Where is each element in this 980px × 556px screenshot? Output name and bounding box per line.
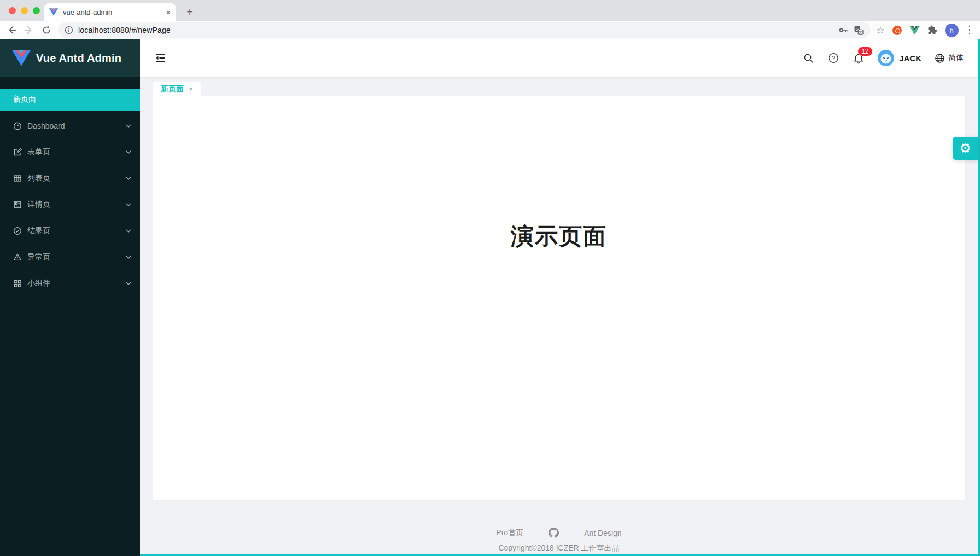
browser-tab[interactable]: vue-antd-admin ×	[44, 3, 176, 21]
browser-tab-strip: vue-antd-admin × +	[0, 0, 980, 21]
browser-tab-title: vue-antd-admin	[63, 8, 161, 16]
app-footer: Pro首页 Ant Design Copyright©2018 ICZER 工作…	[140, 500, 978, 554]
chevron-down-icon	[126, 203, 131, 206]
sidebar-item-details[interactable]: 详情页	[0, 194, 140, 216]
vue-devtools-icon[interactable]	[909, 26, 920, 35]
back-icon[interactable]	[5, 24, 18, 36]
close-window-button[interactable]	[9, 7, 16, 14]
app-header: ? 12 JACK	[140, 39, 978, 77]
password-key-icon[interactable]	[838, 25, 849, 36]
new-tab-button[interactable]: +	[183, 5, 197, 19]
page-tab-bar: 新页面 ×	[140, 77, 978, 96]
svg-text:?: ?	[832, 55, 835, 61]
browser-window: vue-antd-admin × + localhost:8080/#/newP…	[0, 0, 980, 556]
extension-orange-icon[interactable]	[892, 26, 902, 35]
chevron-down-icon	[126, 177, 131, 180]
chevron-down-icon	[126, 282, 131, 285]
forward-icon[interactable]	[23, 24, 35, 36]
translate-icon[interactable]: G 文	[854, 25, 864, 36]
check-circle-icon	[13, 227, 22, 235]
chevron-down-icon	[126, 150, 131, 154]
app-logo[interactable]: Vue Antd Admin	[0, 39, 140, 77]
language-label: 简体	[948, 53, 964, 63]
user-avatar	[878, 50, 894, 66]
language-switcher[interactable]: 简体	[935, 53, 964, 63]
gear-icon: ⚙	[959, 141, 971, 156]
sidebar-item-dashboard[interactable]: Dashboard	[0, 115, 140, 137]
menu-fold-icon[interactable]	[154, 52, 166, 64]
sidebar-item-exceptions[interactable]: 异常页	[0, 246, 140, 268]
form-icon	[13, 148, 22, 157]
sidebar-item-results[interactable]: 结果页	[0, 220, 140, 242]
copyright: Copyright©2018 ICZER 工作室出品	[498, 543, 619, 553]
notification-badge: 12	[858, 47, 872, 56]
table-icon	[13, 174, 22, 183]
content-card: 演示页面	[153, 96, 965, 500]
url-text[interactable]: localhost:8080/#/newPage	[78, 26, 833, 34]
sidebar-item-new-page[interactable]: 新页面	[0, 89, 140, 111]
user-menu[interactable]: JACK	[878, 50, 921, 66]
sidebar: Vue Antd Admin 新页面 Dashboard	[0, 39, 140, 556]
warning-icon	[13, 253, 22, 262]
main-area: ? 12 JACK	[140, 39, 978, 556]
header-actions: ? 12 JACK	[802, 50, 964, 66]
reload-icon[interactable]	[40, 24, 52, 36]
page-tab-new-page[interactable]: 新页面 ×	[153, 82, 201, 96]
sidebar-item-widgets[interactable]: 小组件	[0, 273, 140, 294]
sidebar-item-lists[interactable]: 列表页	[0, 167, 140, 189]
username: JACK	[899, 54, 921, 63]
toolbar-extensions: h	[890, 24, 975, 37]
help-icon[interactable]: ?	[827, 52, 839, 64]
browser-toolbar: localhost:8080/#/newPage G 文 ☆ h	[0, 21, 980, 39]
notification-bell-icon[interactable]: 12	[853, 52, 865, 64]
chevron-down-icon	[126, 256, 131, 259]
vue-logo-icon	[12, 50, 31, 66]
chevron-down-icon	[126, 229, 131, 233]
github-icon[interactable]	[549, 528, 559, 538]
footer-link-pro-home[interactable]: Pro首页	[496, 528, 523, 538]
page-tab-close-icon[interactable]: ×	[189, 85, 193, 93]
maximize-window-button[interactable]	[33, 7, 40, 14]
page-info-icon[interactable]	[65, 26, 73, 34]
search-icon[interactable]	[802, 52, 814, 64]
settings-gear-button[interactable]: ⚙	[953, 137, 978, 160]
traffic-lights[interactable]	[9, 7, 40, 14]
svg-text:文: 文	[859, 30, 863, 34]
chevron-down-icon	[126, 124, 131, 128]
vue-antd-admin-app: Vue Antd Admin 新页面 Dashboard	[0, 39, 980, 556]
page-title: 演示页面	[153, 221, 965, 252]
dashboard-icon	[13, 121, 22, 130]
tab-close-icon[interactable]: ×	[166, 8, 171, 17]
globe-icon	[935, 53, 945, 63]
appstore-icon	[13, 279, 22, 288]
minimize-window-button[interactable]	[21, 7, 28, 14]
sidebar-item-forms[interactable]: 表单页	[0, 141, 140, 163]
bookmark-star-icon[interactable]: ☆	[876, 25, 884, 36]
app-title: Vue Antd Admin	[36, 52, 121, 65]
vue-favicon-icon	[49, 8, 58, 16]
profile-icon	[13, 200, 22, 209]
page-body: 演示页面 Pro首页 Ant Design Copyright©2018 ICZ…	[140, 96, 978, 554]
footer-link-ant-design[interactable]: Ant Design	[584, 529, 621, 537]
extensions-puzzle-icon[interactable]	[928, 25, 937, 35]
sidebar-menu: 新页面 Dashboard 表单页	[0, 77, 140, 294]
address-bar[interactable]: localhost:8080/#/newPage G 文	[58, 22, 871, 38]
footer-links: Pro首页 Ant Design	[496, 528, 621, 538]
browser-menu-icon[interactable]	[966, 26, 973, 35]
browser-profile-avatar[interactable]: h	[945, 24, 959, 37]
